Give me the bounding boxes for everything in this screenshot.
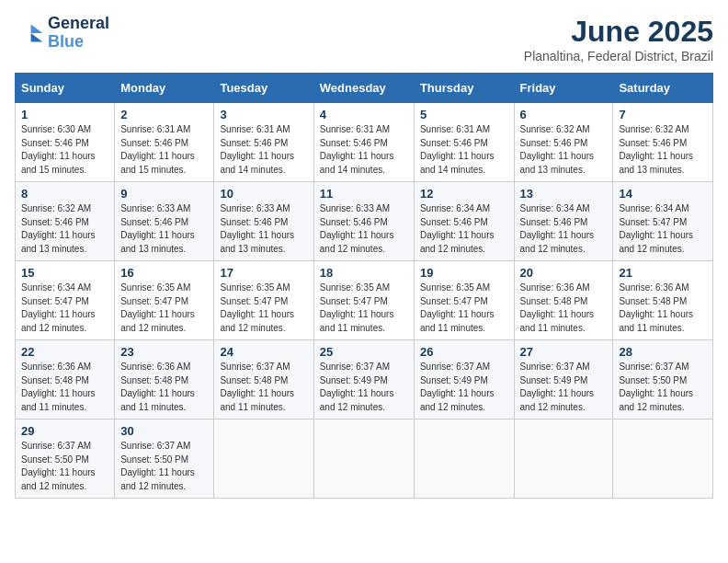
day-info: Sunrise: 6:36 AMSunset: 5:48 PMDaylight:… [120, 362, 195, 412]
table-row: 29 Sunrise: 6:37 AMSunset: 5:50 PMDaylig… [16, 419, 115, 499]
table-row: 10 Sunrise: 6:33 AMSunset: 5:46 PMDaylig… [214, 182, 313, 261]
day-info: Sunrise: 6:31 AMSunset: 5:46 PMDaylight:… [420, 124, 495, 175]
day-number: 2 [120, 108, 208, 121]
day-info: Sunrise: 6:35 AMSunset: 5:47 PMDaylight:… [220, 282, 294, 333]
day-number: 18 [320, 266, 408, 280]
day-number: 30 [120, 424, 208, 438]
day-number: 16 [120, 266, 208, 280]
calendar-week-row: 1 Sunrise: 6:30 AMSunset: 5:46 PMDayligh… [16, 103, 713, 182]
day-number: 9 [120, 187, 208, 201]
day-number: 8 [21, 187, 108, 201]
day-info: Sunrise: 6:37 AMSunset: 5:50 PMDaylight:… [21, 441, 96, 491]
table-row: 13 Sunrise: 6:34 AMSunset: 5:46 PMDaylig… [514, 182, 613, 261]
day-info: Sunrise: 6:37 AMSunset: 5:50 PMDaylight:… [120, 441, 195, 491]
day-number: 20 [520, 266, 608, 280]
table-row: 23 Sunrise: 6:36 AMSunset: 5:48 PMDaylig… [115, 340, 214, 419]
day-info: Sunrise: 6:31 AMSunset: 5:46 PMDaylight:… [120, 124, 195, 175]
col-sunday: Sunday [16, 74, 115, 103]
day-number: 7 [619, 108, 707, 121]
table-row: 6 Sunrise: 6:32 AMSunset: 5:46 PMDayligh… [514, 103, 613, 182]
day-number: 3 [220, 108, 307, 121]
day-number: 27 [520, 345, 608, 359]
day-number: 19 [420, 266, 508, 280]
location-subtitle: Planaltina, Federal District, Brazil [524, 49, 713, 63]
table-row: 4 Sunrise: 6:31 AMSunset: 5:46 PMDayligh… [313, 103, 414, 182]
day-number: 10 [220, 187, 307, 201]
table-row: 9 Sunrise: 6:33 AMSunset: 5:46 PMDayligh… [115, 182, 214, 261]
day-info: Sunrise: 6:33 AMSunset: 5:46 PMDaylight:… [320, 203, 394, 254]
calendar-table: Sunday Monday Tuesday Wednesday Thursday… [15, 73, 713, 499]
day-number: 29 [21, 424, 108, 438]
day-number: 4 [320, 108, 408, 121]
day-number: 17 [220, 266, 307, 280]
calendar-week-row: 29 Sunrise: 6:37 AMSunset: 5:50 PMDaylig… [16, 419, 713, 499]
svg-marker-0 [31, 24, 43, 33]
page-header: GeneralBlue June 2025 Planaltina, Federa… [15, 15, 713, 63]
table-row: 20 Sunrise: 6:36 AMSunset: 5:48 PMDaylig… [514, 261, 613, 340]
day-info: Sunrise: 6:36 AMSunset: 5:48 PMDaylight:… [520, 282, 595, 333]
day-number: 13 [520, 187, 608, 201]
table-row: 3 Sunrise: 6:31 AMSunset: 5:46 PMDayligh… [214, 103, 313, 182]
table-row: 7 Sunrise: 6:32 AMSunset: 5:46 PMDayligh… [613, 103, 713, 182]
day-number: 11 [320, 187, 408, 201]
table-row: 19 Sunrise: 6:35 AMSunset: 5:47 PMDaylig… [414, 261, 514, 340]
day-info: Sunrise: 6:33 AMSunset: 5:46 PMDaylight:… [220, 203, 294, 254]
table-row: 27 Sunrise: 6:37 AMSunset: 5:49 PMDaylig… [514, 340, 613, 419]
col-thursday: Thursday [414, 74, 514, 103]
day-info: Sunrise: 6:36 AMSunset: 5:48 PMDaylight:… [21, 362, 96, 412]
logo-icon [15, 18, 44, 48]
day-number: 28 [619, 345, 707, 359]
day-info: Sunrise: 6:34 AMSunset: 5:46 PMDaylight:… [520, 203, 595, 254]
day-info: Sunrise: 6:36 AMSunset: 5:48 PMDaylight:… [619, 282, 693, 333]
day-info: Sunrise: 6:37 AMSunset: 5:50 PMDaylight:… [619, 362, 693, 412]
day-number: 5 [420, 108, 508, 121]
day-info: Sunrise: 6:32 AMSunset: 5:46 PMDaylight:… [520, 124, 595, 175]
day-number: 12 [420, 187, 508, 201]
day-info: Sunrise: 6:35 AMSunset: 5:47 PMDaylight:… [320, 282, 394, 333]
col-friday: Friday [514, 74, 613, 103]
day-number: 24 [220, 345, 307, 359]
col-monday: Monday [115, 74, 214, 103]
logo-text: GeneralBlue [48, 15, 109, 52]
day-info: Sunrise: 6:37 AMSunset: 5:49 PMDaylight:… [420, 362, 495, 412]
table-row: 28 Sunrise: 6:37 AMSunset: 5:50 PMDaylig… [613, 340, 713, 419]
logo: GeneralBlue [15, 15, 109, 52]
table-row: 24 Sunrise: 6:37 AMSunset: 5:48 PMDaylig… [214, 340, 313, 419]
day-number: 26 [420, 345, 508, 359]
day-info: Sunrise: 6:31 AMSunset: 5:46 PMDaylight:… [220, 124, 294, 175]
day-number: 21 [619, 266, 707, 280]
svg-marker-1 [31, 33, 43, 42]
calendar-week-row: 15 Sunrise: 6:34 AMSunset: 5:47 PMDaylig… [16, 261, 713, 340]
month-year-title: June 2025 [524, 15, 713, 49]
day-info: Sunrise: 6:31 AMSunset: 5:46 PMDaylight:… [320, 124, 394, 175]
table-row: 1 Sunrise: 6:30 AMSunset: 5:46 PMDayligh… [16, 103, 115, 182]
day-info: Sunrise: 6:34 AMSunset: 5:47 PMDaylight:… [619, 203, 693, 254]
day-number: 15 [21, 266, 108, 280]
empty-cell [514, 419, 613, 499]
table-row: 11 Sunrise: 6:33 AMSunset: 5:46 PMDaylig… [313, 182, 414, 261]
day-number: 1 [21, 108, 108, 121]
day-number: 14 [619, 187, 707, 201]
day-info: Sunrise: 6:30 AMSunset: 5:46 PMDaylight:… [21, 124, 96, 175]
day-info: Sunrise: 6:32 AMSunset: 5:46 PMDaylight:… [21, 203, 96, 254]
table-row: 8 Sunrise: 6:32 AMSunset: 5:46 PMDayligh… [16, 182, 115, 261]
day-info: Sunrise: 6:33 AMSunset: 5:46 PMDaylight:… [120, 203, 195, 254]
table-row: 22 Sunrise: 6:36 AMSunset: 5:48 PMDaylig… [16, 340, 115, 419]
empty-cell [613, 419, 713, 499]
day-info: Sunrise: 6:37 AMSunset: 5:48 PMDaylight:… [220, 362, 294, 412]
table-row: 21 Sunrise: 6:36 AMSunset: 5:48 PMDaylig… [613, 261, 713, 340]
col-tuesday: Tuesday [214, 74, 313, 103]
day-info: Sunrise: 6:34 AMSunset: 5:47 PMDaylight:… [21, 282, 96, 333]
table-row: 16 Sunrise: 6:35 AMSunset: 5:47 PMDaylig… [115, 261, 214, 340]
day-number: 23 [120, 345, 208, 359]
table-row: 15 Sunrise: 6:34 AMSunset: 5:47 PMDaylig… [16, 261, 115, 340]
calendar-week-row: 22 Sunrise: 6:36 AMSunset: 5:48 PMDaylig… [16, 340, 713, 419]
calendar-header-row: Sunday Monday Tuesday Wednesday Thursday… [16, 74, 713, 103]
empty-cell [414, 419, 514, 499]
day-info: Sunrise: 6:35 AMSunset: 5:47 PMDaylight:… [420, 282, 495, 333]
table-row: 18 Sunrise: 6:35 AMSunset: 5:47 PMDaylig… [313, 261, 414, 340]
table-row: 26 Sunrise: 6:37 AMSunset: 5:49 PMDaylig… [414, 340, 514, 419]
table-row: 25 Sunrise: 6:37 AMSunset: 5:49 PMDaylig… [313, 340, 414, 419]
col-wednesday: Wednesday [313, 74, 414, 103]
day-number: 22 [21, 345, 108, 359]
